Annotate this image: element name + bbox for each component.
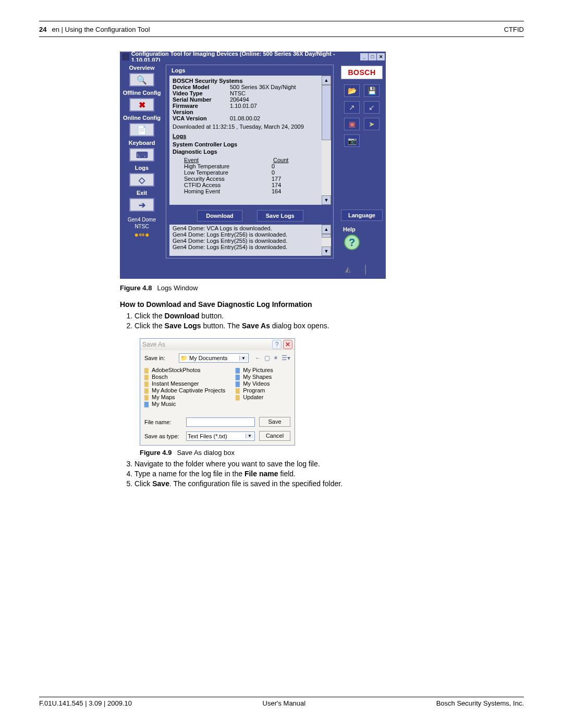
sidebar-item-logs[interactable]: Logs ◇ [120,165,164,187]
scroll-down[interactable]: ▼ [322,246,331,256]
snapshot-icon[interactable]: ▣ [344,118,360,130]
product-code: CTFID [504,26,524,33]
sidebar-item-keyboard[interactable]: Keyboard ⌨ [120,140,164,162]
step-1: Click the Download button. [134,312,524,320]
folder-icon: ▇ [144,401,150,407]
downloaded-text: Downloaded at 11:32:15 , Tuesday, March … [173,124,328,130]
folder-icon: ▇ [144,367,150,373]
breadcrumb: en | Using the Configuration Tool [52,26,150,33]
overview-icon: 🔍 [129,73,154,87]
filetype-combo[interactable]: Text Files (*.txt) ▼ [186,431,255,441]
folder-item[interactable]: ▇My Maps [144,394,225,400]
filename-input[interactable] [186,417,255,427]
scrollbar[interactable]: ▲ ▼ [322,225,331,256]
sidebar-item-exit[interactable]: Exit ➔ [120,190,164,212]
help-button[interactable]: ? [344,235,360,250]
cancel-button[interactable]: Cancel [259,431,290,441]
help-label: Help [343,226,383,232]
sys-logs-header: System Controller Logs [173,141,328,147]
info-row: Video TypeNTSC [173,90,328,96]
scroll-down[interactable]: ▼ [322,195,331,205]
logs-list[interactable]: BOSCH Security Systems Device Model500 S… [169,76,331,205]
sidebar-item-offline[interactable]: Offline Config ✖ [120,90,164,112]
folder-icon: ▇ [144,381,150,387]
folder-item[interactable]: ▇My Videos [236,380,273,387]
dropdown-arrow-icon[interactable]: ▼ [246,434,253,438]
save-as-dialog: Save As ? ✕ Save in: 📁 My Documents ▼ ← [140,338,295,446]
dialog-close-button[interactable]: ✕ [283,340,292,349]
window-title: Configuration Tool for Imaging Devices (… [131,51,360,63]
scroll-thumb[interactable] [322,85,331,140]
page-header: 24 en | Using the Configuration Tool CTF… [39,26,524,37]
step-5: Click Save. The configuration file is sa… [134,479,524,488]
sidebar-item-online[interactable]: Online Config 📄 [120,115,164,137]
filetype-label: Save as type: [144,433,182,439]
folder-item[interactable]: ▇Instant Messenger [144,380,225,387]
dropdown-arrow-icon[interactable]: ▼ [239,356,247,361]
info-row: Version [173,109,328,115]
figure-4-8: Configuration Tool for Imaging Devices (… [120,52,524,279]
upload-icon[interactable]: ↗ [344,101,360,114]
minimize-button[interactable]: _ [360,53,368,60]
save-in-label: Save in: [144,355,176,361]
save-logs-button[interactable]: Save Logs [257,210,303,221]
status-line: Gen4 Dome: Logs Entry(255) is downloaded… [173,238,328,244]
new-folder-icon[interactable]: ✶ [273,354,278,362]
dialog-help-button[interactable]: ? [272,340,282,349]
status-box[interactable]: Gen4 Dome: VCA Logs is downloaded.Gen4 D… [169,225,331,256]
scroll-thumb[interactable] [322,234,331,238]
folder-item[interactable]: ▇Updater [236,394,273,400]
status-line: Gen4 Dome: VCA Logs is downloaded. [173,225,328,231]
slider-icon[interactable]: ⎮ [363,265,368,275]
warning-icon: ◭ [345,265,351,275]
save-in-combo[interactable]: 📁 My Documents ▼ [179,353,249,363]
folder-icon: ▇ [236,381,241,387]
device-standard: NTSC [120,224,164,229]
up-icon[interactable]: ▢ [264,354,270,362]
scroll-up[interactable]: ▲ [322,225,331,234]
info-row: VCA Version01.08.00.02 [173,115,328,121]
filetype-value: Text Files (*.txt) [188,433,227,439]
close-button[interactable]: ✕ [377,53,385,60]
open-icon[interactable]: 📂 [344,84,360,97]
figure-4-8-caption: Figure 4.8Logs Window [120,284,524,292]
scroll-up[interactable]: ▲ [322,76,331,85]
folder-icon: ▇ [144,394,150,400]
language-button[interactable]: Language [341,209,383,221]
export-icon[interactable]: ➤ [364,118,380,130]
right-panel: BOSCH 📂 💾 ↗ ↙ ▣ ➤ [338,61,386,279]
connection-icon: ●⇔● [120,230,164,239]
folder-item[interactable]: ▇My Adobe Captivate Projects [144,387,225,393]
folder-item[interactable]: ▇Bosch [144,374,225,380]
sidebar-label: Keyboard [120,140,164,146]
back-icon[interactable]: ← [255,354,261,362]
page-number: 24 [39,26,46,33]
status-line: Gen4 Dome: Logs Entry(254) is downloaded… [173,244,328,250]
file-list[interactable]: ▇AdobeStockPhotos▇Bosch▇Instant Messenge… [144,366,290,413]
center-panel: Logs BOSCH Security Systems Device Model… [164,61,338,279]
maximize-button[interactable]: □ [369,53,376,60]
status-line: Gen4 Dome: Logs Entry(256) is downloaded… [173,231,328,238]
save-button[interactable]: Save [259,417,290,427]
event-row: CTFID Access174 [173,182,328,188]
sidebar-item-overview[interactable]: Overview 🔍 [120,65,164,87]
sidebar-label: Exit [120,190,164,196]
logs-icon: ◇ [129,173,154,187]
save-icon[interactable]: 💾 [364,84,380,97]
view-icon[interactable]: ☰▾ [282,354,290,362]
download-icon[interactable]: ↙ [364,101,380,114]
device-model: Gen4 Dome [120,217,164,223]
camera-icon[interactable]: 📷 [344,134,360,147]
folder-item[interactable]: ▇My Shapes [236,374,273,380]
folder-item[interactable]: ▇My Pictures [236,367,273,373]
event-row: Security Access177 [173,176,328,182]
info-row: Serial Number206494 [173,96,328,103]
folder-item[interactable]: ▇AdobeStockPhotos [144,367,225,373]
folder-item[interactable]: ▇Program [236,387,273,393]
folder-icon: ▇ [236,374,241,380]
folder-item[interactable]: ▇My Music [144,401,225,407]
online-icon: 📄 [129,123,154,137]
dialog-title: Save As [142,341,165,348]
download-button[interactable]: Download [197,210,242,221]
scrollbar[interactable]: ▲ ▼ [322,76,331,205]
